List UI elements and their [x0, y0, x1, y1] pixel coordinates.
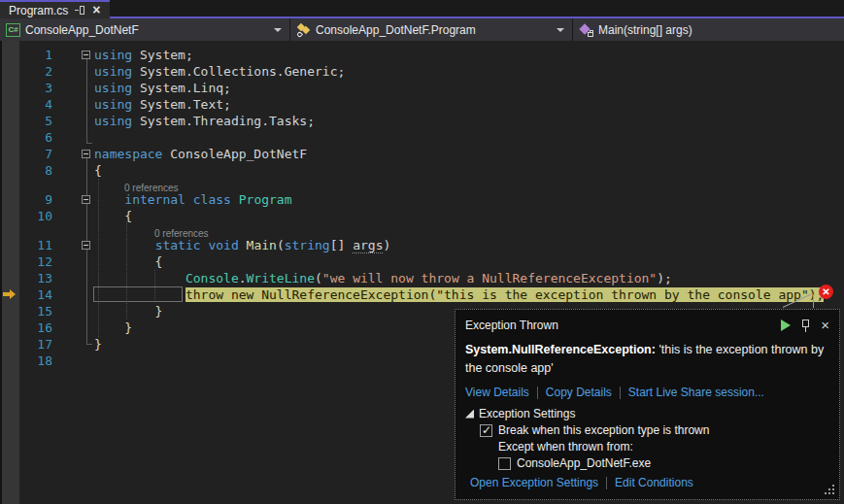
module-exclude-label: ConsoleApp_DotNetF.exe [517, 456, 651, 470]
fold-margin-cell [56, 303, 94, 319]
glyph-margin-cell[interactable] [0, 47, 19, 63]
code-editor[interactable]: 1using System;2using System.Collections.… [0, 41, 844, 504]
code-text[interactable]: { [94, 253, 162, 270]
code-line[interactable]: 1using System; [0, 47, 844, 63]
glyph-margin-cell[interactable] [0, 191, 19, 208]
continue-play-icon[interactable] [781, 319, 791, 331]
code-text[interactable]: using System.Threading.Tasks; [94, 113, 315, 129]
glyph-margin-cell[interactable] [0, 253, 19, 270]
glyph-margin-cell[interactable] [0, 129, 19, 146]
current-statement-box [93, 286, 183, 302]
module-exclude-checkbox[interactable] [498, 457, 511, 470]
code-line[interactable]: 9 internal class Program [0, 191, 844, 208]
glyph-margin-cell[interactable] [0, 63, 19, 80]
code-text[interactable]: static void Main(string[] args) [94, 237, 390, 253]
open-exception-settings-link[interactable]: Open Exception Settings [470, 476, 598, 489]
live-share-link[interactable]: Start Live Share session... [628, 386, 764, 399]
code-line[interactable]: 10 { [0, 208, 844, 224]
code-text[interactable]: } [94, 336, 102, 353]
glyph-margin-cell[interactable] [0, 336, 19, 353]
chevron-down-icon[interactable] [274, 28, 282, 32]
code-text[interactable]: using System.Linq; [94, 80, 231, 96]
view-details-link[interactable]: View Details [465, 386, 529, 399]
glyph-margin-cell[interactable] [0, 319, 19, 336]
glyph-margin-cell[interactable] [0, 146, 19, 162]
copy-details-link[interactable]: Copy Details [546, 386, 612, 399]
close-icon[interactable]: × [821, 319, 829, 331]
code-text[interactable]: Console.WriteLine("we will now throw a N… [94, 270, 672, 286]
member-dropdown[interactable]: Main(string[] args) [573, 18, 844, 41]
tab-strip-filler [110, 0, 844, 18]
code-text[interactable]: internal class Program [94, 191, 292, 208]
code-text[interactable]: using System.Text; [94, 96, 231, 113]
code-text[interactable]: using System.Collections.Generic; [94, 63, 345, 80]
codelens-row[interactable]: 0 references [0, 224, 844, 237]
exception-error-icon[interactable]: ✕ [819, 285, 833, 299]
line-number: 18 [19, 353, 56, 369]
except-when-thrown-label: Except when thrown from: [498, 440, 829, 454]
break-when-thrown-label: Break when this exception type is thrown [498, 423, 709, 437]
glyph-margin-cell[interactable] [0, 80, 19, 96]
pin-icon[interactable] [801, 319, 810, 332]
exception-highlighted-statement[interactable]: throw new NullReferenceException("this i… [186, 287, 824, 302]
link-separator [606, 477, 607, 489]
fold-margin-cell [56, 47, 94, 63]
collapse-region-icon[interactable] [82, 150, 90, 158]
glyph-margin-cell[interactable] [0, 353, 19, 369]
collapse-region-icon[interactable] [82, 241, 90, 250]
code-line[interactable]: 13 Console.WriteLine("we will now throw … [0, 270, 844, 286]
glyph-margin-cell[interactable] [0, 237, 19, 253]
code-line[interactable]: 7namespace ConsoleApp_DotNetF [0, 146, 844, 162]
popup-connector-line [813, 294, 814, 308]
code-text[interactable]: } [94, 303, 162, 319]
glyph-margin-cell[interactable] [0, 303, 19, 319]
exception-message: System.NullReferenceException: 'this is … [465, 341, 827, 378]
glyph-margin-cell[interactable] [0, 162, 19, 179]
line-number: 6 [19, 129, 56, 146]
code-text[interactable]: } [94, 319, 132, 336]
fold-margin-cell [56, 162, 94, 179]
code-line[interactable]: 5using System.Threading.Tasks; [0, 113, 844, 129]
line-number: 5 [19, 113, 56, 129]
code-text[interactable]: namespace ConsoleApp_DotNetF [94, 146, 307, 162]
line-number: 14 [19, 286, 56, 303]
code-text[interactable]: using System; [94, 47, 193, 63]
code-text[interactable]: throw new NullReferenceException("this i… [94, 286, 824, 303]
vs-editor-window: Program.cs × C# ConsoleApp_DotNetF Conso… [0, 0, 844, 504]
fold-margin-cell [56, 270, 94, 286]
glyph-margin-cell[interactable] [0, 286, 19, 303]
fold-margin-cell [56, 191, 94, 208]
glyph-margin-cell[interactable] [0, 113, 19, 129]
expander-collapse-icon[interactable] [465, 410, 474, 419]
code-text[interactable]: { [94, 162, 102, 179]
line-number: 7 [19, 146, 56, 162]
chevron-down-icon[interactable] [557, 28, 564, 32]
collapse-region-icon[interactable] [82, 195, 90, 204]
code-line[interactable]: 11 static void Main(string[] args) [0, 237, 844, 253]
code-line[interactable]: 12 { [0, 253, 844, 270]
line-number: 9 [19, 191, 56, 208]
type-dropdown[interactable]: ConsoleApp_DotNetF.Program [290, 18, 573, 41]
close-icon[interactable]: × [92, 5, 100, 16]
fold-margin-cell [56, 253, 94, 270]
line-number: 11 [19, 237, 56, 253]
code-line[interactable]: 8{ [0, 162, 844, 179]
glyph-margin-cell[interactable] [0, 208, 19, 224]
pin-icon[interactable] [75, 5, 85, 16]
class-internal-icon [296, 23, 311, 37]
break-when-thrown-checkbox[interactable] [480, 424, 492, 437]
edit-conditions-link[interactable]: Edit Conditions [615, 476, 693, 489]
glyph-margin-cell[interactable] [0, 96, 19, 113]
glyph-margin-cell[interactable] [0, 270, 19, 286]
resize-grip[interactable] [832, 492, 834, 494]
code-line[interactable]: 6 [0, 129, 844, 146]
code-text[interactable]: { [94, 208, 132, 224]
code-line[interactable]: 3using System.Linq; [0, 80, 844, 96]
code-line[interactable]: 4using System.Text; [0, 96, 844, 113]
collapse-region-icon[interactable] [82, 50, 90, 59]
link-separator [620, 386, 621, 399]
project-dropdown[interactable]: C# ConsoleApp_DotNetF [0, 18, 290, 41]
tab-program-cs[interactable]: Program.cs × [0, 0, 110, 18]
codelens-row[interactable]: 0 references [0, 179, 844, 191]
code-line[interactable]: 2using System.Collections.Generic; [0, 63, 844, 80]
